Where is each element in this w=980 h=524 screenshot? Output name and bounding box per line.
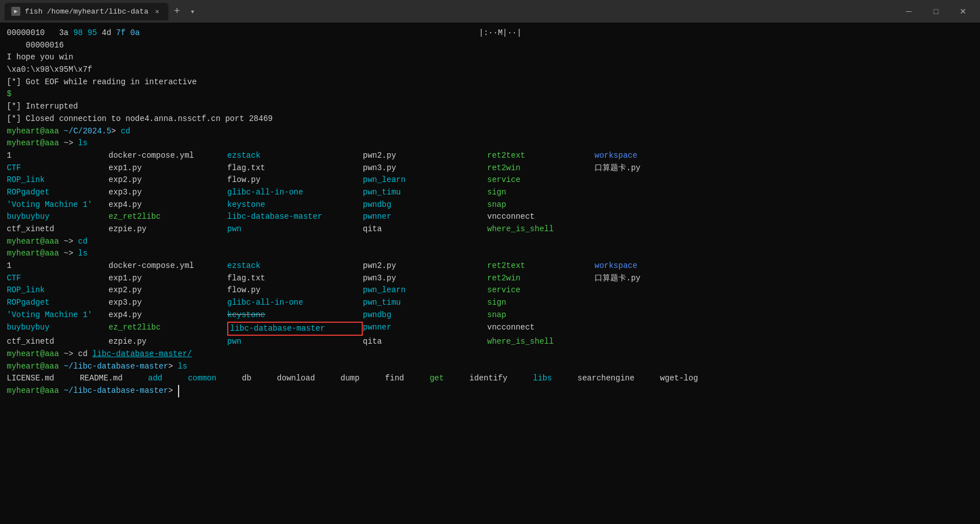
ls-item: ret2text (487, 150, 595, 162)
ls-item: glibc-all-in-one (227, 297, 363, 309)
prompt-line: myheart@aaa ~> cd (7, 236, 973, 248)
ls-item: ret2text (487, 260, 595, 272)
ls-item: wget-log (660, 373, 698, 385)
ls-item: pwn (227, 336, 363, 348)
ls-item: keystone (227, 309, 363, 322)
prompt-line: myheart@aaa ~/C/2024.5 > cd (7, 125, 973, 138)
ls-item: 'Voting Machine 1' (7, 309, 109, 322)
minimize-button[interactable]: ─ (896, 3, 921, 20)
ls-item: pwn_learn (363, 174, 487, 187)
ls-item: 口算题卡.py (595, 272, 685, 285)
ls-item: pwn (227, 223, 363, 236)
ls-output-2: 1 docker-compose.yml ezstack pwn2.py ret… (7, 260, 973, 348)
ls-item: snap (487, 309, 595, 322)
ls-item: vncconnect (487, 211, 595, 223)
ls-item: snap (487, 199, 595, 211)
close-button[interactable]: ✕ (951, 3, 975, 20)
ls-item: db (242, 373, 266, 385)
ls-item: pwn_learn (363, 284, 487, 297)
prompt-line: myheart@aaa ~/libc-database-master > ls (7, 361, 973, 373)
prompt-line: myheart@aaa ~/libc-database-master > (7, 385, 973, 397)
ls-item: ezstack (227, 260, 363, 272)
terminal-line: 00000010 3a 98 95 4d 7f 0a |:··M|··| (7, 27, 973, 40)
tab-title: fish /home/myheart/libc-data (25, 7, 148, 16)
ls-item: sign (487, 297, 595, 309)
ls-item: pwn3.py (363, 272, 487, 285)
prompt-line: myheart@aaa ~> ls (7, 248, 973, 260)
maximize-button[interactable]: □ (923, 3, 948, 20)
ls-item: pwn_timu (363, 297, 487, 309)
tab-dropdown-button[interactable]: ▾ (185, 5, 199, 19)
ls-item: where_is_shell (487, 223, 595, 236)
ls-item: keystone (227, 199, 363, 211)
ls-item: 1 (7, 260, 109, 272)
ls-item: exp2.py (109, 284, 227, 297)
ls-item: flow.py (227, 284, 363, 297)
tab-bar: ▶ fish /home/myheart/libc-data ✕ + ▾ (5, 3, 896, 20)
ls-item: flag.txt (227, 162, 363, 175)
ls-item: get (430, 373, 458, 385)
ls-item: ezpie.py (109, 336, 227, 348)
ls-item: qita (363, 336, 487, 348)
terminal-line: I hope you win (7, 51, 973, 64)
ls-item: exp1.py (109, 162, 227, 175)
ls-item: pwn2.py (363, 150, 487, 162)
ls-item: exp2.py (109, 174, 227, 187)
ls-item: ROP_link (7, 174, 109, 187)
ls-item: glibc-all-in-one (227, 187, 363, 199)
ls-item: dump (341, 373, 374, 385)
new-tab-button[interactable]: + (168, 3, 186, 19)
terminal-line: [*] Got EOF while reading in interactive (7, 76, 973, 89)
ls-item: 口算题卡.py (595, 162, 685, 175)
ls-item: pwn2.py (363, 260, 487, 272)
ls-item: buybuybuy (7, 322, 109, 336)
ls-output-1: 1 docker-compose.yml ezstack pwn2.py ret… (7, 150, 973, 236)
ls-item: pwndbg (363, 309, 487, 322)
ls-item: service (487, 284, 595, 297)
ls-item: find (385, 373, 418, 385)
ls-item: LICENSE.md (7, 373, 68, 385)
ls-item: pwn3.py (363, 162, 487, 175)
active-tab[interactable]: ▶ fish /home/myheart/libc-data ✕ (5, 3, 168, 20)
ls-item: pwnner (363, 322, 487, 336)
window-controls: ─ □ ✕ (896, 3, 975, 20)
ls-item: libc-database-master (227, 211, 363, 223)
ls-item: download (277, 373, 329, 385)
ls-item: ROPgadget (7, 187, 109, 199)
ls-item: ctf_xinetd (7, 336, 109, 348)
ls-item: workspace (595, 150, 685, 162)
ls-item: CTF (7, 272, 109, 285)
ls-item: docker-compose.yml (109, 260, 227, 272)
ls-item: where_is_shell (487, 336, 595, 348)
ls-item: pwnner (363, 211, 487, 223)
ls-item: libc-database-master (227, 322, 363, 336)
terminal-line: [*] Interrupted (7, 101, 973, 113)
ls-item: flow.py (227, 174, 363, 187)
ls-item: workspace (595, 260, 685, 272)
ls-item: pwn_timu (363, 187, 487, 199)
ls-output-3: LICENSE.md README.md add common db downl… (7, 373, 973, 385)
ls-item: add (148, 373, 176, 385)
ls-item: ROP_link (7, 284, 109, 297)
prompt-line: myheart@aaa ~> ls (7, 137, 973, 150)
ls-item: CTF (7, 162, 109, 175)
terminal-line: 00000016 (7, 40, 973, 52)
ls-item: ezstack (227, 150, 363, 162)
terminal-icon: ▶ (11, 7, 20, 16)
tab-close-button[interactable]: ✕ (153, 6, 161, 17)
titlebar: ▶ fish /home/myheart/libc-data ✕ + ▾ ─ □… (0, 0, 980, 23)
ls-item: exp4.py (109, 309, 227, 322)
ls-item: docker-compose.yml (109, 150, 227, 162)
terminal-line: [*] Closed connection to node4.anna.nssc… (7, 113, 973, 125)
terminal-line: $ (7, 88, 973, 101)
terminal-window: ▶ fish /home/myheart/libc-data ✕ + ▾ ─ □… (0, 0, 980, 524)
ls-item: README.md (80, 373, 137, 385)
ls-item: ezpie.py (109, 223, 227, 236)
ls-item: identify (470, 373, 522, 385)
ls-item: service (487, 174, 595, 187)
ls-item: ctf_xinetd (7, 223, 109, 236)
ls-item: ret2win (487, 162, 595, 175)
ls-item: flag.txt (227, 272, 363, 285)
ls-item: 1 (7, 150, 109, 162)
terminal-content[interactable]: 00000010 3a 98 95 4d 7f 0a |:··M|··| 000… (0, 23, 980, 524)
